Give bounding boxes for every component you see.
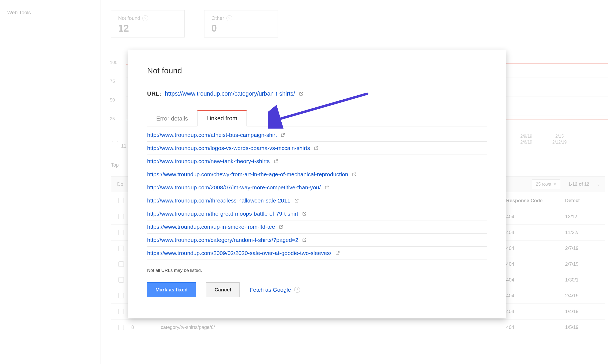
linked-from-url[interactable]: https://www.troundup.com/chewy-from-art-…: [147, 171, 348, 178]
help-icon: ?: [294, 287, 300, 293]
external-link-icon[interactable]: [324, 185, 329, 190]
external-link-icon[interactable]: [279, 224, 284, 229]
linked-from-item: http://www.troundup.com/2008/07/im-way-m…: [147, 181, 487, 194]
url-label: URL:: [147, 90, 161, 97]
linked-from-item: http://www.troundup.com/threadless-hallo…: [147, 194, 487, 207]
url-error-dialog: Not found URL: https://www.troundup.com/…: [128, 50, 506, 318]
external-link-icon[interactable]: [302, 211, 307, 216]
linked-from-url[interactable]: https://www.troundup.com/up-in-smoke-fro…: [147, 224, 275, 230]
modal-overlay: Not found URL: https://www.troundup.com/…: [0, 0, 608, 364]
linked-from-url[interactable]: http://www.troundup.com/category/random-…: [147, 237, 298, 243]
linked-from-url[interactable]: http://www.troundup.com/atheist-bus-camp…: [147, 132, 277, 138]
linked-from-item: http://www.troundup.com/category/random-…: [147, 234, 487, 247]
linked-from-list: http://www.troundup.com/atheist-bus-camp…: [147, 129, 487, 260]
dialog-tabs: Error details Linked from: [147, 110, 487, 126]
linked-from-url[interactable]: http://www.troundup.com/logos-vs-words-o…: [147, 145, 310, 151]
linked-from-item: https://www.troundup.com/up-in-smoke-fro…: [147, 220, 487, 234]
linked-from-url[interactable]: http://www.troundup.com/2008/07/im-way-m…: [147, 184, 321, 191]
external-link-icon[interactable]: [299, 91, 304, 96]
mark-as-fixed-button[interactable]: Mark as fixed: [147, 282, 196, 297]
linked-from-item: http://www.troundup.com/logos-vs-words-o…: [147, 142, 487, 155]
list-footer-note: Not all URLs may be listed.: [147, 268, 487, 273]
error-url-link[interactable]: https://www.troundup.com/category/urban-…: [165, 90, 295, 97]
external-link-icon[interactable]: [274, 159, 278, 164]
linked-from-item: https://www.troundup.com/chewy-from-art-…: [147, 168, 487, 181]
fetch-as-google-link[interactable]: Fetch as Google ?: [250, 287, 300, 293]
external-link-icon[interactable]: [294, 198, 299, 203]
linked-from-url[interactable]: http://www.troundup.com/the-great-moops-…: [147, 211, 298, 217]
external-link-icon[interactable]: [352, 172, 357, 177]
linked-from-item: http://www.troundup.com/atheist-bus-camp…: [147, 129, 487, 142]
linked-from-url[interactable]: http://www.troundup.com/threadless-hallo…: [147, 197, 290, 204]
tab-linked-from[interactable]: Linked from: [197, 110, 247, 126]
fetch-as-google-label: Fetch as Google: [250, 287, 291, 293]
external-link-icon[interactable]: [314, 146, 319, 151]
linked-from-url[interactable]: https://www.troundup.com/2009/02/2020-sa…: [147, 250, 331, 256]
linked-from-item: https://www.troundup.com/2009/02/2020-sa…: [147, 247, 487, 260]
cancel-button[interactable]: Cancel: [206, 282, 239, 297]
linked-from-url[interactable]: http://www.troundup.com/new-tank-theory-…: [147, 158, 270, 164]
external-link-icon[interactable]: [302, 238, 307, 242]
linked-from-item: http://www.troundup.com/the-great-moops-…: [147, 207, 487, 220]
linked-from-item: http://www.troundup.com/new-tank-theory-…: [147, 155, 487, 168]
external-link-icon[interactable]: [281, 133, 285, 137]
tab-error-details[interactable]: Error details: [147, 111, 197, 126]
dialog-title: Not found: [147, 66, 487, 75]
external-link-icon[interactable]: [335, 251, 340, 256]
